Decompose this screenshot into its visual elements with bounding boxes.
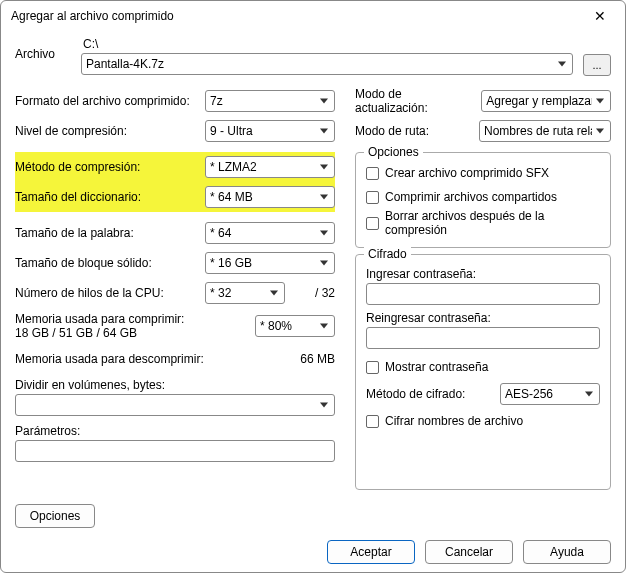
checkbox-icon[interactable]	[366, 191, 379, 204]
dialog-content: Archivo C:\ Pantalla-4K.7z ... Formato d…	[1, 31, 625, 572]
opt-sfx-label: Crear archivo comprimido SFX	[385, 166, 549, 180]
bottom-area: Opciones	[15, 504, 611, 528]
params-input[interactable]	[15, 440, 335, 462]
block-label: Tamaño de bloque sólido:	[15, 256, 205, 270]
format-row: Formato del archivo comprimido: 7z	[15, 86, 335, 116]
word-row: Tamaño de la palabra: * 64	[15, 218, 335, 248]
opt-delete-label: Borrar archivos después de la compresión	[385, 209, 600, 237]
level-row: Nivel de compresión: 9 - Ultra	[15, 116, 335, 146]
main-columns: Formato del archivo comprimido: 7z Nivel…	[15, 86, 611, 490]
pathmode-select[interactable]: Nombres de ruta relativos	[479, 120, 611, 142]
enc-method-label: Método de cifrado:	[366, 387, 465, 401]
mem-comp-value: 18 GB / 51 GB / 64 GB	[15, 326, 247, 340]
opt-shared-label: Comprimir archivos compartidos	[385, 190, 557, 204]
cancel-button[interactable]: Cancelar	[425, 540, 513, 564]
dict-label: Tamaño del diccionario:	[15, 190, 205, 204]
pathmode-label: Modo de ruta:	[355, 124, 429, 138]
memory-compress-block: Memoria usada para comprimir: 18 GB / 51…	[15, 312, 335, 340]
threads-total: / 32	[295, 286, 335, 300]
pwd2-input[interactable]	[366, 327, 600, 349]
show-pwd-row[interactable]: Mostrar contraseña	[366, 355, 600, 379]
opt-delete-row[interactable]: Borrar archivos después de la compresión	[366, 209, 600, 237]
format-label: Formato del archivo comprimido:	[15, 94, 205, 108]
level-select[interactable]: 9 - Ultra	[205, 120, 335, 142]
method-label: Método de compresión:	[15, 160, 205, 174]
options-button[interactable]: Opciones	[15, 504, 95, 528]
method-row: Método de compresión: * LZMA2	[15, 152, 335, 182]
word-select[interactable]: * 64	[205, 222, 335, 244]
update-label: Modo de actualización:	[355, 87, 475, 115]
titlebar: Agregar al archivo comprimido ✕	[1, 1, 625, 31]
mem-decomp-label: Memoria usada para descomprimir:	[15, 352, 275, 366]
left-column: Formato del archivo comprimido: 7z Nivel…	[15, 86, 335, 490]
pwd-label: Ingresar contraseña:	[366, 267, 600, 281]
help-button[interactable]: Ayuda	[523, 540, 611, 564]
update-select[interactable]: Agregar y remplazar archivos	[481, 90, 611, 112]
format-value: 7z	[210, 94, 223, 108]
archive-file-stack: C:\ Pantalla-4K.7z	[81, 37, 573, 75]
pathmode-row: Modo de ruta: Nombres de ruta relativos	[355, 116, 611, 146]
method-select[interactable]: * LZMA2	[205, 156, 335, 178]
dict-value: * 64 MB	[210, 190, 253, 204]
params-label: Parámetros:	[15, 424, 80, 438]
browse-button[interactable]: ...	[583, 54, 611, 76]
footer-buttons: Aceptar Cancelar Ayuda	[15, 534, 611, 564]
options-fieldset: Opciones Crear archivo comprimido SFX Co…	[355, 152, 611, 248]
enc-method-value: AES-256	[505, 387, 553, 401]
checkbox-icon[interactable]	[366, 361, 379, 374]
archive-name-select[interactable]: Pantalla-4K.7z	[81, 53, 573, 75]
archive-name-value: Pantalla-4K.7z	[86, 57, 164, 71]
level-value: 9 - Ultra	[210, 124, 253, 138]
threads-select[interactable]: * 32	[205, 282, 285, 304]
update-value: Agregar y remplazar archivos	[486, 94, 592, 108]
split-block: Dividir en volúmenes, bytes:	[15, 378, 335, 416]
split-label: Dividir en volúmenes, bytes:	[15, 378, 165, 392]
ok-button[interactable]: Aceptar	[327, 540, 415, 564]
archive-path: C:\	[83, 37, 573, 51]
right-column: Modo de actualización: Agregar y remplaz…	[355, 86, 611, 490]
threads-label: Número de hilos de la CPU:	[15, 286, 205, 300]
checkbox-icon[interactable]	[366, 415, 379, 428]
show-pwd-label: Mostrar contraseña	[385, 360, 488, 374]
method-value: * LZMA2	[210, 160, 257, 174]
dialog-window: Agregar al archivo comprimido ✕ Archivo …	[0, 0, 626, 573]
dict-row: Tamaño del diccionario: * 64 MB	[15, 182, 335, 212]
update-row: Modo de actualización: Agregar y remplaz…	[355, 86, 611, 116]
window-title: Agregar al archivo comprimido	[11, 9, 174, 23]
block-select[interactable]: * 16 GB	[205, 252, 335, 274]
threads-row: Número de hilos de la CPU: * 32 / 32	[15, 278, 335, 308]
checkbox-icon[interactable]	[366, 167, 379, 180]
params-block: Parámetros:	[15, 424, 335, 462]
options-button-label: Opciones	[30, 509, 81, 523]
format-select[interactable]: 7z	[205, 90, 335, 112]
mem-comp-label: Memoria usada para comprimir:	[15, 312, 247, 326]
pwd-input[interactable]	[366, 283, 600, 305]
encrypt-fieldset: Cifrado Ingresar contraseña: Reingresar …	[355, 254, 611, 490]
mem-comp-pct: * 80%	[260, 319, 292, 333]
enc-method-row: Método de cifrado: AES-256	[366, 379, 600, 409]
pwd2-label: Reingresar contraseña:	[366, 311, 600, 325]
enc-names-row[interactable]: Cifrar nombres de archivo	[366, 409, 600, 433]
dict-select[interactable]: * 64 MB	[205, 186, 335, 208]
archive-label: Archivo	[15, 37, 71, 61]
checkbox-icon[interactable]	[366, 217, 379, 230]
mem-decomp-value: 66 MB	[275, 352, 335, 366]
close-icon[interactable]: ✕	[585, 1, 615, 31]
ok-button-label: Aceptar	[350, 545, 391, 559]
archive-file-row: Archivo C:\ Pantalla-4K.7z ...	[15, 37, 611, 76]
split-select[interactable]	[15, 394, 335, 416]
pathmode-value: Nombres de ruta relativos	[484, 124, 592, 138]
level-label: Nivel de compresión:	[15, 124, 205, 138]
opt-sfx-row[interactable]: Crear archivo comprimido SFX	[366, 161, 600, 185]
threads-value: * 32	[210, 286, 231, 300]
mem-comp-pct-select[interactable]: * 80%	[255, 315, 335, 337]
enc-method-select[interactable]: AES-256	[500, 383, 600, 405]
enc-names-label: Cifrar nombres de archivo	[385, 414, 523, 428]
block-row: Tamaño de bloque sólido: * 16 GB	[15, 248, 335, 278]
cancel-button-label: Cancelar	[445, 545, 493, 559]
browse-label: ...	[592, 59, 601, 71]
opt-shared-row[interactable]: Comprimir archivos compartidos	[366, 185, 600, 209]
encrypt-legend: Cifrado	[364, 247, 411, 261]
word-label: Tamaño de la palabra:	[15, 226, 205, 240]
word-value: * 64	[210, 226, 231, 240]
